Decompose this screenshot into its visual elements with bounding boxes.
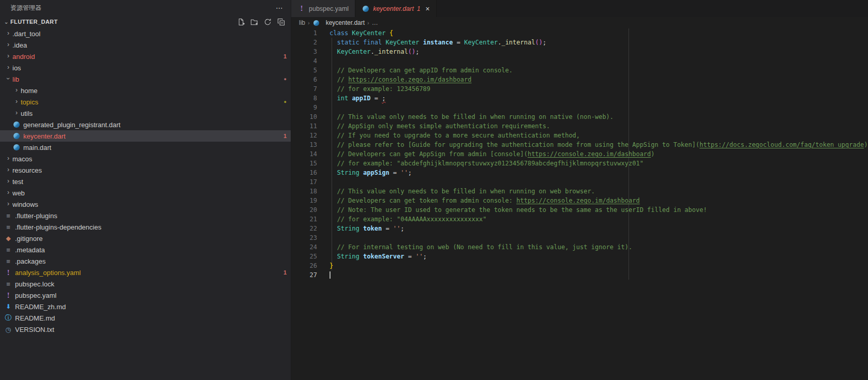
code-line-22[interactable]: 22 String token = ''; [291, 224, 868, 233]
tree-item-macos[interactable]: ›macos [0, 153, 291, 164]
tree-item-home[interactable]: ›home [0, 85, 291, 96]
token: () [408, 48, 415, 55]
tree-item-generated-plugin-registrant-dart[interactable]: generated_plugin_registrant.dart [0, 119, 291, 130]
file-label: keycenter.dart [23, 132, 280, 140]
breadcrumb-symbol-more[interactable]: … [372, 19, 378, 26]
tree-item-main-dart[interactable]: main.dart [0, 142, 291, 153]
code-line-26[interactable]: 26} [291, 261, 868, 270]
code-line-25[interactable]: 25 String tokenServer = ''; [291, 252, 868, 261]
tree-item-topics[interactable]: ›topics● [0, 96, 291, 108]
yaml-file-icon: ! [297, 5, 306, 13]
file-label: ios [12, 64, 287, 72]
tree-item--flutter-plugins[interactable]: ≡.flutter-plugins [0, 210, 291, 221]
yaml-file-icon: ! [4, 291, 12, 299]
code-lines: 1class KeyCenter {2 static final KeyCent… [291, 28, 868, 280]
code-line-8[interactable]: 8 int appID = ; [291, 94, 868, 103]
collapse-folders-icon[interactable] [277, 18, 286, 26]
section-header-flutter-dart[interactable]: ⌄ FLUTTER_DART [0, 16, 291, 28]
tree-item-resources[interactable]: ›resources [0, 164, 291, 176]
tree-item--flutter-plugins-dependencies[interactable]: ≡.flutter-plugins-dependencies [0, 221, 291, 233]
tree-item-test[interactable]: ›test [0, 176, 291, 187]
code-line-12[interactable]: 12 // If you need to upgrade to a more s… [291, 131, 868, 140]
line-content [317, 177, 330, 187]
code-line-1[interactable]: 1class KeyCenter { [291, 28, 868, 38]
more-actions-icon[interactable]: ⋯ [276, 4, 283, 12]
yaml-file-icon: ! [4, 268, 12, 277]
line-number: 10 [291, 112, 317, 121]
token: // This value only needs to be filled in… [330, 113, 613, 120]
code-line-23[interactable]: 23 [291, 233, 868, 242]
line-number: 22 [291, 224, 317, 233]
code-line-3[interactable]: 3 KeyCenter._internal(); [291, 47, 868, 56]
breadcrumb-file[interactable]: keycenter.dart [326, 19, 365, 26]
code-line-15[interactable]: 15 // for example: "abcdefghijklmnopqrst… [291, 159, 868, 168]
code-line-4[interactable]: 4 [291, 56, 868, 66]
code-line-7[interactable]: 7 // for example: 123456789 [291, 84, 868, 94]
line-content: // AppSign only meets simple authenticat… [317, 121, 550, 131]
code-line-19[interactable]: 19 // Developers can get token from admi… [291, 196, 868, 205]
token: final [363, 39, 382, 46]
line-number: 8 [291, 94, 317, 103]
token: https://docs.zegocloud.com/faq/token_upg… [699, 141, 864, 148]
line-number: 9 [291, 103, 317, 112]
line-number: 19 [291, 196, 317, 205]
code-line-21[interactable]: 21 // for example: "04AAAAAxxxxxxxxxxxxx… [291, 215, 868, 224]
file-tree: ›.dart_tool›.idea›android1›ios›lib●›home… [0, 28, 291, 335]
code-line-11[interactable]: 11 // AppSign only meets simple authenti… [291, 121, 868, 131]
tree-item-android[interactable]: ›android1 [0, 51, 291, 62]
code-line-2[interactable]: 2 static final KeyCenter instance = KeyC… [291, 38, 868, 47]
tab-pubspec-yaml[interactable]: ! pubspec.yaml [291, 0, 355, 17]
line-number: 11 [291, 121, 317, 131]
git-file-icon: ◆ [4, 234, 12, 242]
code-editor[interactable]: 1class KeyCenter {2 static final KeyCent… [291, 28, 868, 380]
code-line-9[interactable]: 9 [291, 103, 868, 112]
tree-item-ios[interactable]: ›ios [0, 62, 291, 73]
line-number: 25 [291, 252, 317, 261]
tree-item-pubspec-yaml[interactable]: !pubspec.yaml [0, 290, 291, 301]
line-content: String appSign = ''; [317, 168, 412, 177]
code-line-13[interactable]: 13 // please refer to [Guide for upgradi… [291, 140, 868, 149]
chevron-right-icon: › [12, 98, 21, 105]
tree-item-readme-zh-md[interactable]: ⬇README_zh.md [0, 301, 291, 312]
tab-keycenter-dart[interactable]: keycenter.dart 1 × [355, 0, 437, 17]
code-line-16[interactable]: 16 String appSign = ''; [291, 168, 868, 177]
file-label: pubspec.lock [15, 280, 287, 288]
breadcrumb-folder[interactable]: lib [299, 19, 305, 26]
code-line-17[interactable]: 17 [291, 177, 868, 187]
code-line-27[interactable]: 27 [291, 270, 868, 280]
tree-item-web[interactable]: ›web [0, 187, 291, 199]
code-line-20[interactable]: 20 // Note: The user ID used to generate… [291, 205, 868, 215]
code-line-5[interactable]: 5 // Developers can get appID from admin… [291, 66, 868, 75]
token: instance [423, 39, 453, 46]
tree-item-readme-md[interactable]: ⓘREADME.md [0, 312, 291, 324]
tree-item--packages[interactable]: ≡.packages [0, 255, 291, 267]
line-content: class KeyCenter { [317, 28, 393, 38]
tree-item--idea[interactable]: ›.idea [0, 39, 291, 51]
tree-item-analysis-options-yaml[interactable]: !analysis_options.yaml1 [0, 267, 291, 278]
tree-item-pubspec-lock[interactable]: ≡pubspec.lock [0, 278, 291, 290]
line-content: // Note: The user ID used to generate th… [317, 205, 707, 215]
code-line-18[interactable]: 18 // This value only needs to be filled… [291, 187, 868, 196]
new-file-icon[interactable] [236, 18, 245, 26]
tree-item-lib[interactable]: ›lib● [0, 73, 291, 85]
tree-item-utils[interactable]: ›utils [0, 108, 291, 119]
code-line-14[interactable]: 14 // Developers can get AppSign from ad… [291, 149, 868, 159]
tree-item-keycenter-dart[interactable]: keycenter.dart1 [0, 130, 291, 142]
line-number: 3 [291, 47, 317, 56]
lines-file-icon: ≡ [4, 257, 12, 265]
new-folder-icon[interactable] [250, 18, 259, 26]
file-label: README.md [15, 314, 287, 322]
code-line-24[interactable]: 24 // For internal testing on web (No ne… [291, 242, 868, 252]
close-icon[interactable]: × [426, 5, 430, 13]
tree-item-windows[interactable]: ›windows [0, 199, 291, 210]
token: appID [352, 95, 370, 102]
tree-item--dart-tool[interactable]: ›.dart_tool [0, 28, 291, 39]
code-line-10[interactable]: 10 // This value only needs to be filled… [291, 112, 868, 121]
tree-item--gitignore[interactable]: ◆.gitignore [0, 233, 291, 244]
refresh-icon[interactable] [263, 18, 272, 26]
tree-item--metadata[interactable]: ≡.metadata [0, 244, 291, 255]
token: ) [864, 141, 867, 148]
tree-item-version-txt[interactable]: ◷VERSION.txt [0, 324, 291, 335]
token: ; [382, 95, 385, 102]
code-line-6[interactable]: 6 // https://console.zego.im/dashboard [291, 75, 868, 84]
